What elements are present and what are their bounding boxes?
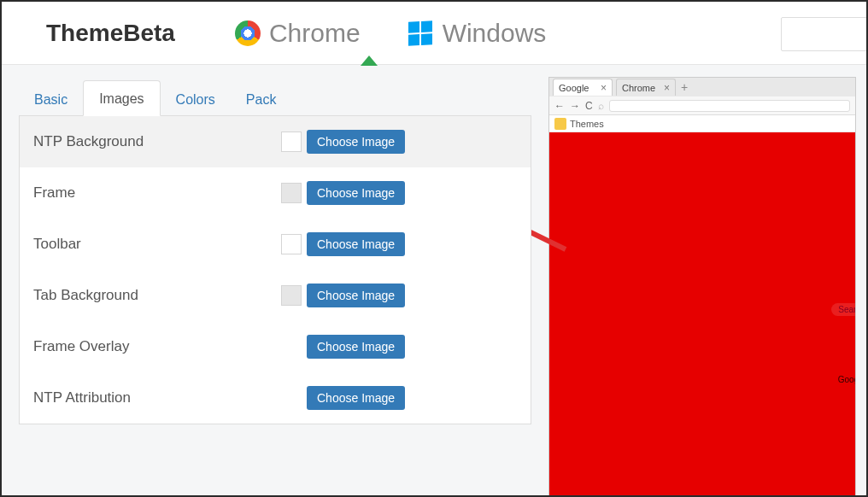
- ntp-background-choose-button[interactable]: Choose Image: [307, 130, 405, 154]
- ntp-background-label: NTP Background: [33, 133, 281, 150]
- chrome-icon: [235, 20, 261, 46]
- toolbar-label: Toolbar: [33, 236, 281, 253]
- top-navbar: ThemeBeta Chrome Windows: [2, 2, 866, 65]
- tab-background-choose-button[interactable]: Choose Image: [307, 284, 405, 307]
- new-tab-icon[interactable]: +: [681, 80, 688, 94]
- toolbar-swatch[interactable]: [281, 234, 302, 254]
- frame-label: Frame: [33, 184, 281, 202]
- tab-pack[interactable]: Pack: [231, 82, 292, 116]
- brand-logo[interactable]: ThemeBeta: [46, 20, 175, 47]
- active-nav-caret-icon: [361, 56, 378, 66]
- ntp-attribution-choose-button[interactable]: Choose Image: [307, 386, 405, 410]
- row-frame: Frame Choose Image: [20, 167, 531, 219]
- back-icon[interactable]: ←: [554, 100, 565, 112]
- nav-windows-label: Windows: [443, 19, 547, 48]
- preview-bookmark-bar: Themes: [549, 115, 855, 132]
- preview-tabstrip: Google × Chrome × +: [549, 78, 855, 96]
- row-toolbar: Toolbar Choose Image: [20, 219, 531, 270]
- nav-windows[interactable]: Windows: [408, 19, 547, 48]
- row-ntp-attribution: NTP Attribution Choose Image: [20, 372, 531, 424]
- ntp-site-label: Google: [831, 373, 856, 386]
- row-frame-overlay: Frame Overlay Choose Image: [20, 321, 531, 372]
- preview-ntp: Search Google: [549, 132, 855, 497]
- search-input[interactable]: [781, 17, 868, 51]
- theme-preview: Google × Chrome × + ← → C ⌕ Themes Searc…: [548, 77, 856, 497]
- tab-background-swatch[interactable]: [281, 285, 302, 306]
- reload-icon[interactable]: C: [585, 100, 593, 112]
- editor-tabs: Basic Images Colors Pack: [19, 77, 531, 116]
- preview-toolbar: ← → C ⌕: [549, 96, 855, 115]
- nav-chrome-label: Chrome: [269, 19, 361, 48]
- editor-panel: Basic Images Colors Pack NTP Background …: [19, 77, 531, 497]
- frame-swatch[interactable]: [281, 183, 302, 203]
- content-area: Basic Images Colors Pack NTP Background …: [2, 65, 866, 497]
- row-tab-background: Tab Background Choose Image: [20, 270, 531, 321]
- toolbar-choose-button[interactable]: Choose Image: [307, 232, 405, 256]
- preview-tab-google-label: Google: [559, 83, 589, 93]
- tab-images[interactable]: Images: [83, 80, 160, 116]
- preview-tab-google[interactable]: Google ×: [553, 79, 613, 96]
- ntp-attribution-label: NTP Attribution: [33, 389, 281, 406]
- close-icon[interactable]: ×: [601, 82, 607, 94]
- close-icon[interactable]: ×: [664, 82, 670, 94]
- preview-tab-chrome-label: Chrome: [622, 83, 655, 93]
- bookmark-folder-icon: [554, 118, 566, 130]
- frame-overlay-label: Frame Overlay: [33, 338, 281, 355]
- images-panel: NTP Background Choose Image Frame Choose…: [19, 115, 531, 424]
- frame-overlay-choose-button[interactable]: Choose Image: [307, 335, 405, 359]
- tab-basic[interactable]: Basic: [19, 82, 83, 116]
- ntp-chip-search: Search: [831, 303, 856, 316]
- row-ntp-background: NTP Background Choose Image: [20, 116, 531, 167]
- tab-background-label: Tab Background: [33, 287, 281, 304]
- ntp-background-swatch[interactable]: [281, 132, 302, 152]
- bookmark-themes[interactable]: Themes: [570, 119, 604, 129]
- preview-omnibox[interactable]: [609, 100, 850, 112]
- forward-icon[interactable]: →: [570, 100, 580, 112]
- frame-choose-button[interactable]: Choose Image: [307, 181, 405, 205]
- windows-icon: [408, 20, 432, 45]
- preview-tab-chrome[interactable]: Chrome ×: [616, 79, 676, 96]
- tab-colors[interactable]: Colors: [161, 82, 231, 116]
- nav-chrome[interactable]: Chrome: [235, 19, 361, 48]
- search-icon: ⌕: [598, 100, 604, 112]
